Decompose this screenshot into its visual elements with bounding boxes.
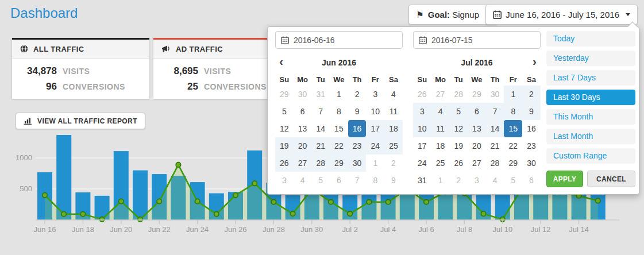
- day-cell[interactable]: 12: [449, 120, 468, 137]
- trend-point[interactable]: [290, 211, 295, 216]
- day-cell[interactable]: 9: [348, 103, 367, 120]
- day-cell[interactable]: 6: [522, 172, 541, 189]
- day-cell[interactable]: 8: [504, 103, 522, 120]
- day-cell[interactable]: 1: [330, 86, 348, 103]
- day-cell[interactable]: 2: [449, 172, 468, 189]
- trend-point[interactable]: [385, 199, 390, 204]
- day-cell[interactable]: 28: [486, 154, 504, 172]
- preset-yesterday[interactable]: Yesterday: [546, 51, 635, 66]
- visits-bar[interactable]: [56, 135, 71, 220]
- day-cell[interactable]: 27: [468, 154, 486, 172]
- day-cell[interactable]: 12: [275, 120, 294, 137]
- day-cell[interactable]: 5: [504, 172, 522, 189]
- day-cell-selected[interactable]: 16: [348, 120, 367, 137]
- trend-point[interactable]: [329, 199, 333, 204]
- trend-point[interactable]: [233, 193, 238, 198]
- trend-point[interactable]: [80, 212, 85, 217]
- day-cell[interactable]: 4: [384, 86, 403, 103]
- trend-point[interactable]: [61, 212, 66, 217]
- day-cell[interactable]: 28: [449, 86, 468, 103]
- goal-dropdown-button[interactable]: ⚑ Goal: Signup: [408, 5, 498, 25]
- trend-point[interactable]: [99, 217, 104, 222]
- day-cell[interactable]: 14: [486, 120, 504, 137]
- day-cell[interactable]: 26: [449, 154, 468, 172]
- day-cell[interactable]: 1: [504, 86, 522, 103]
- day-cell[interactable]: 2: [522, 86, 541, 103]
- cancel-button[interactable]: CANCEL: [587, 171, 635, 187]
- prev-month-button[interactable]: ‹: [279, 55, 283, 68]
- day-cell[interactable]: 14: [311, 120, 330, 137]
- preset-this-month[interactable]: This Month: [546, 109, 635, 125]
- apply-button[interactable]: APPLY: [546, 171, 583, 187]
- day-cell[interactable]: 25: [431, 154, 450, 172]
- trend-point[interactable]: [252, 181, 257, 186]
- day-cell[interactable]: 7: [348, 172, 367, 189]
- day-cell[interactable]: 21: [311, 137, 330, 154]
- day-cell[interactable]: 29: [468, 86, 486, 103]
- preset-last-month[interactable]: Last Month: [546, 129, 635, 144]
- day-cell[interactable]: 25: [384, 137, 403, 154]
- day-cell[interactable]: 4: [294, 172, 312, 189]
- day-cell[interactable]: 29: [504, 154, 522, 172]
- trend-point[interactable]: [481, 211, 485, 216]
- visits-bar[interactable]: [133, 171, 148, 220]
- day-cell[interactable]: 22: [504, 137, 522, 154]
- day-cell[interactable]: 24: [413, 154, 431, 172]
- day-cell[interactable]: 23: [522, 137, 541, 154]
- day-cell[interactable]: 3: [366, 86, 384, 103]
- day-cell[interactable]: 30: [522, 154, 541, 172]
- trend-point[interactable]: [138, 217, 142, 222]
- date-range-button[interactable]: June 16, 2016 - July 15, 2016: [485, 5, 638, 25]
- day-cell[interactable]: 27: [431, 86, 450, 103]
- day-cell[interactable]: 3: [468, 172, 486, 189]
- day-cell[interactable]: 26: [413, 86, 431, 103]
- day-cell[interactable]: 6: [468, 103, 486, 120]
- day-cell[interactable]: 5: [311, 172, 330, 189]
- day-cell[interactable]: 30: [486, 86, 504, 103]
- day-cell[interactable]: 31: [311, 86, 330, 103]
- trend-point[interactable]: [367, 199, 371, 204]
- day-cell[interactable]: 7: [311, 103, 330, 120]
- day-cell[interactable]: 20: [468, 137, 486, 154]
- day-cell[interactable]: 9: [384, 172, 403, 189]
- day-cell[interactable]: 5: [449, 103, 468, 120]
- end-date-input[interactable]: 2016-07-15: [413, 31, 541, 49]
- next-month-button[interactable]: ›: [533, 55, 537, 68]
- trend-point[interactable]: [271, 199, 276, 204]
- day-cell[interactable]: 8: [366, 172, 384, 189]
- day-cell[interactable]: 4: [486, 172, 504, 189]
- day-cell[interactable]: 17: [413, 137, 431, 154]
- day-cell[interactable]: 9: [522, 103, 541, 120]
- day-cell[interactable]: 23: [348, 137, 367, 154]
- trend-point[interactable]: [119, 199, 124, 203]
- day-cell[interactable]: 15: [330, 120, 348, 137]
- trend-point[interactable]: [176, 163, 180, 167]
- day-cell[interactable]: 1: [366, 154, 384, 172]
- day-cell[interactable]: 28: [311, 154, 330, 172]
- day-cell[interactable]: 13: [468, 120, 486, 137]
- day-cell[interactable]: 1: [431, 172, 450, 189]
- day-cell[interactable]: 6: [330, 172, 348, 189]
- day-cell[interactable]: 19: [275, 137, 294, 154]
- day-cell[interactable]: 2: [384, 154, 403, 172]
- day-cell[interactable]: 3: [413, 103, 431, 120]
- day-cell[interactable]: 24: [366, 137, 384, 154]
- day-cell[interactable]: 29: [275, 86, 294, 103]
- day-cell[interactable]: 4: [431, 103, 450, 120]
- day-cell[interactable]: 21: [486, 137, 504, 154]
- day-cell[interactable]: 30: [348, 154, 367, 172]
- preset-today[interactable]: Today: [546, 31, 635, 47]
- day-cell[interactable]: 30: [294, 86, 312, 103]
- day-cell[interactable]: 26: [275, 154, 294, 172]
- day-cell[interactable]: 11: [384, 103, 403, 120]
- day-cell[interactable]: 7: [486, 103, 504, 120]
- day-cell[interactable]: 17: [366, 120, 384, 137]
- day-cell[interactable]: 18: [431, 137, 450, 154]
- start-date-input[interactable]: 2016-06-16: [275, 31, 403, 49]
- preset-custom-range[interactable]: Custom Range: [546, 148, 635, 164]
- day-cell[interactable]: 27: [294, 154, 312, 172]
- day-cell[interactable]: 22: [330, 137, 348, 154]
- day-cell[interactable]: 19: [449, 137, 468, 154]
- day-cell[interactable]: 8: [330, 103, 348, 120]
- day-cell[interactable]: 11: [431, 120, 450, 137]
